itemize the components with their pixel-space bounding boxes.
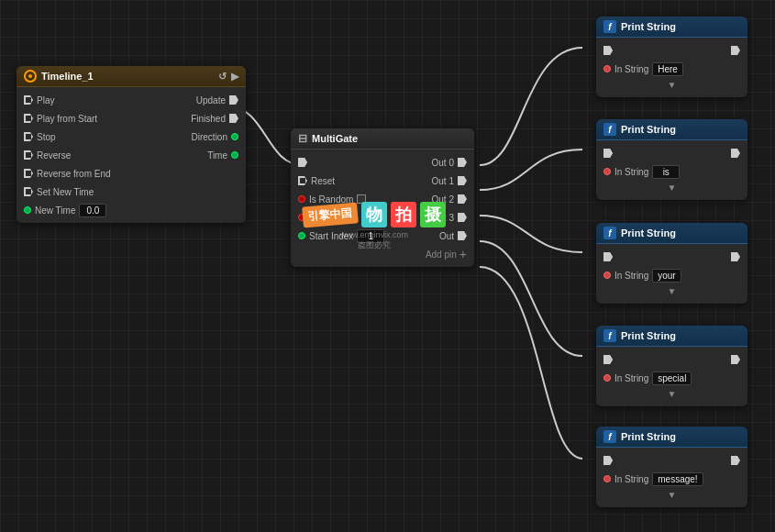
- multigate-node: ⊟ MultiGate Out 0 Reset Out 1: [291, 128, 474, 267]
- addpin-label: Add pin: [426, 249, 457, 260]
- f-icon-3: f: [603, 329, 616, 342]
- pin-exec-reversefromend-in[interactable]: [24, 169, 33, 178]
- pin-exec-playfromstart-in[interactable]: [24, 114, 33, 123]
- print-string-row-1: In String is: [596, 162, 747, 181]
- pin-exec-print2-out[interactable]: [731, 252, 740, 261]
- pin-exec-setnewtime-in[interactable]: [24, 187, 33, 196]
- multigate-body: Out 0 Reset Out 1 Is Random Out 2: [291, 150, 474, 267]
- pin-exec-print1-out[interactable]: [731, 149, 740, 158]
- instring-value-3[interactable]: special: [652, 371, 692, 385]
- print-string-row-0: In String Here: [596, 60, 747, 78]
- israndom-checkbox[interactable]: [357, 194, 366, 204]
- pin-israndom[interactable]: [298, 195, 305, 203]
- print-header-3: f Print String: [596, 326, 747, 347]
- print-exec-row-3: [596, 350, 747, 369]
- pin-startindex[interactable]: [298, 232, 305, 239]
- pin-string-3[interactable]: [603, 374, 611, 382]
- out3-label: Out 3: [432, 213, 454, 223]
- print-expand-2[interactable]: ▼: [596, 284, 747, 300]
- print-exec-row-2: [596, 248, 747, 266]
- print-exec-row-1: [596, 144, 747, 162]
- reverse-label: Reverse: [37, 150, 71, 161]
- pin-exec-print2-in[interactable]: [603, 252, 613, 261]
- multigate-row-addpin: Add pin +: [291, 245, 474, 263]
- pin-out1[interactable]: [458, 176, 467, 185]
- print-node-0: f Print String In String Here ▼: [596, 17, 747, 97]
- multigate-row-israndom: Is Random Out 2: [291, 190, 474, 208]
- print-exec-row-4: [596, 451, 747, 470]
- pin-exec-finished-out[interactable]: [229, 114, 238, 123]
- pin-exec-print0-in[interactable]: [603, 46, 613, 55]
- addpin-icon[interactable]: +: [459, 247, 467, 261]
- print-title-1: Print String: [621, 124, 676, 135]
- stop-label: Stop: [37, 132, 56, 142]
- pin-exec-print1-in[interactable]: [603, 149, 613, 158]
- pin-exec-print4-out[interactable]: [731, 456, 740, 465]
- instring-value-4[interactable]: message!: [652, 472, 703, 486]
- pin-exec-play-in[interactable]: [24, 95, 33, 105]
- loop-checkbox[interactable]: [333, 213, 342, 222]
- f-icon-4: f: [603, 430, 616, 443]
- print-expand-3[interactable]: ▼: [596, 387, 747, 403]
- pin-exec-print3-out[interactable]: [731, 355, 740, 364]
- timeline-refresh-icon[interactable]: ↺: [218, 71, 227, 83]
- pin-string-1[interactable]: [603, 168, 611, 175]
- pin-time-out[interactable]: [231, 151, 238, 159]
- pin-out3[interactable]: [458, 213, 467, 222]
- pin-out0[interactable]: [458, 158, 467, 167]
- pin-direction-out[interactable]: [231, 133, 238, 140]
- startindex-value[interactable]: 1: [357, 229, 384, 243]
- pin-newtime-in[interactable]: [24, 206, 31, 214]
- instring-label-2: In String: [614, 271, 648, 281]
- newtime-value[interactable]: 0.0: [79, 204, 106, 217]
- pin-exec-print0-out[interactable]: [731, 46, 740, 55]
- multigate-row-exec: Out 0: [291, 153, 474, 172]
- startindex-label: Start Index: [309, 231, 353, 241]
- print-exec-row-0: [596, 41, 747, 60]
- instring-value-0[interactable]: Here: [652, 62, 683, 76]
- pin-out2[interactable]: [458, 194, 467, 204]
- print-string-row-2: In String your: [596, 266, 747, 284]
- pin-out-last[interactable]: [458, 231, 467, 240]
- print-expand-4[interactable]: ▼: [596, 488, 747, 504]
- multigate-row-startindex: Start Index 1 Out: [291, 227, 474, 245]
- multigate-row-reset: Reset Out 1: [291, 172, 474, 190]
- pin-exec-print4-in[interactable]: [603, 456, 613, 465]
- pin-exec-reverse-in[interactable]: [24, 150, 33, 160]
- newtime-label: New Time: [35, 205, 75, 216]
- instring-value-1[interactable]: is: [652, 165, 680, 179]
- pin-exec-mg-in[interactable]: [298, 158, 307, 167]
- timeline-node: Timeline_1 ↺ ▶ Play Update Play from Sta…: [17, 66, 246, 223]
- multigate-row-loop: Loop Out 3: [291, 208, 474, 227]
- print-body-4: In String message! ▼: [596, 448, 747, 507]
- pin-exec-stop-in[interactable]: [24, 132, 33, 141]
- timeline-play-icon[interactable]: ▶: [231, 71, 238, 83]
- setnewtime-label: Set New Time: [37, 187, 94, 197]
- print-body-0: In String Here ▼: [596, 38, 747, 97]
- pin-string-2[interactable]: [603, 272, 611, 279]
- print-header-2: f Print String: [596, 223, 747, 244]
- print-body-1: In String is ▼: [596, 140, 747, 200]
- f-icon-1: f: [603, 123, 616, 136]
- pin-string-4[interactable]: [603, 475, 611, 482]
- print-title-2: Print String: [621, 227, 676, 238]
- timeline-title: Timeline_1: [41, 71, 94, 82]
- pin-string-0[interactable]: [603, 65, 611, 72]
- print-title-0: Print String: [621, 21, 676, 32]
- instring-value-2[interactable]: your: [652, 269, 681, 283]
- instring-label-0: In String: [614, 64, 648, 74]
- print-expand-1[interactable]: ▼: [596, 181, 747, 196]
- play-label: Play: [37, 95, 54, 105]
- pin-exec-reset-in[interactable]: [298, 176, 307, 185]
- multigate-header: ⊟ MultiGate: [291, 128, 474, 150]
- print-expand-0[interactable]: ▼: [596, 78, 747, 94]
- pin-exec-print3-in[interactable]: [603, 355, 613, 364]
- timeline-row-set-new-time: Set New Time: [17, 183, 246, 201]
- timeline-row-stop: Stop Direction: [17, 127, 246, 146]
- print-body-3: In String special ▼: [596, 347, 747, 406]
- print-string-row-4: In String message!: [596, 470, 747, 488]
- instring-label-1: In String: [614, 167, 648, 177]
- print-node-4: f Print String In String message! ▼: [596, 427, 747, 507]
- pin-exec-update-out[interactable]: [229, 95, 238, 105]
- pin-loop[interactable]: [298, 214, 305, 221]
